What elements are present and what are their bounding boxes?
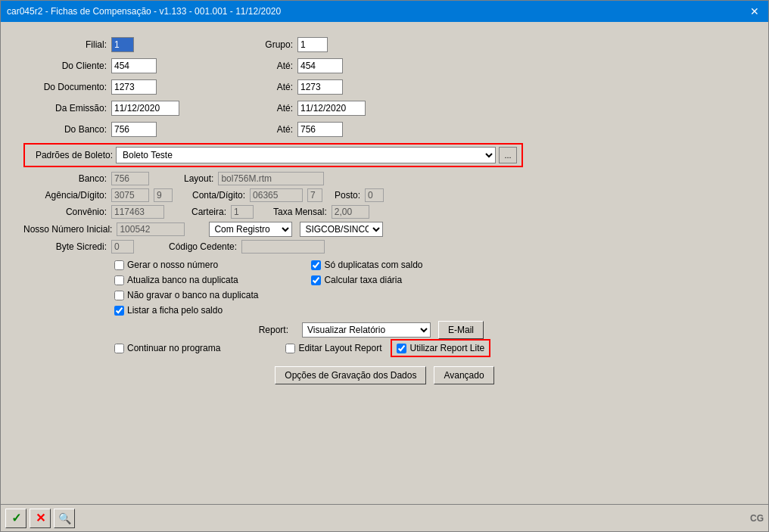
convenio-label: Convênio: [23,207,107,217]
codigo-cedente-input[interactable] [241,240,325,254]
search-button[interactable]: 🔍 [54,509,75,528]
calcular-taxa-row: Calcular taxa diária [311,275,422,285]
gerar-nosso-numero-row: Gerar o nosso número [114,260,258,270]
do-cliente-label: Do Cliente: [23,61,107,71]
ate-emissao-input[interactable] [297,101,366,116]
utilizar-group: Utilizar Report Lite [394,342,487,354]
filial-label: Filial: [23,39,107,50]
nosso-numero-input[interactable] [117,222,185,236]
continuar-checkbox[interactable] [114,344,124,353]
ate-documento-row: Até: [255,79,366,95]
title-bar: car045r2 - Fichas de Compensação - v1.13… [1,1,768,22]
do-documento-input[interactable] [111,79,157,95]
convenio-input[interactable] [111,205,164,219]
avancado-button[interactable]: Avançado [434,366,493,384]
so-duplicatas-label: Só duplicatas com saldo [324,260,422,270]
taxa-mensal-label: Taxa Mensal: [273,207,327,217]
utilizar-report-checkbox[interactable] [397,344,406,353]
ate-cliente-row: Até: [255,58,366,73]
content-area: Filial: Do Cliente: Do Documento: Da Emi… [1,22,768,504]
gerar-nosso-numero-checkbox[interactable] [114,260,124,270]
layout-label: Layout: [184,173,213,184]
search-icon: 🔍 [58,512,71,524]
byte-sicredi-row: Byte Sicredi: Código Cedente: [23,240,523,254]
da-emissao-row: Da Emissão: [23,101,179,116]
right-column: Grupo: Até: Até: Até: [255,37,366,140]
cg-label: CG [750,513,764,524]
do-documento-row: Do Documento: [23,79,179,95]
conta-digito-label: Conta/Dígito: [192,190,245,201]
banco-layout-row: Banco: Layout: [23,172,523,185]
editar-layout-label: Editar Layout Report [298,343,381,353]
ate-emissao-row: Até: [255,101,366,116]
nao-gravar-label: Não gravar o banco na duplicata [127,290,258,300]
confirm-icon: ✓ [11,511,21,525]
nao-gravar-row: Não gravar o banco na duplicata [114,290,258,300]
calcular-taxa-checkbox[interactable] [311,275,321,285]
do-banco-row: Do Banco: [23,122,179,137]
conta-digito-input[interactable] [307,188,322,202]
cancel-button[interactable]: ✕ [30,509,51,528]
padroes-boleto-combo[interactable]: Boleto Teste [116,147,496,163]
padroes-boleto-browse-button[interactable]: ... [499,147,517,163]
conta-input[interactable] [250,188,303,202]
ate-documento-label: Até: [255,82,293,92]
do-documento-label: Do Documento: [23,82,107,92]
right-checkboxes: Só duplicatas com saldo Calcular taxa di… [311,260,422,318]
ate-emissao-label: Até: [255,103,293,114]
layout-input[interactable] [218,172,324,185]
grupo-label: Grupo: [255,39,293,50]
posto-input[interactable] [365,188,384,202]
do-cliente-input[interactable] [111,58,157,73]
so-duplicatas-checkbox[interactable] [311,260,321,270]
report-combo[interactable]: Visualizar Relatório Imprimir [302,322,431,338]
cancel-icon: ✕ [36,511,45,525]
nao-gravar-checkbox[interactable] [114,291,124,300]
gerar-nosso-numero-label: Gerar o nosso número [127,260,218,270]
agencia-input[interactable] [111,188,149,202]
filial-row: Filial: [23,37,179,52]
com-registro-combo[interactable]: Com Registro Sem Registro [209,222,292,237]
da-emissao-input[interactable] [111,101,179,116]
email-button[interactable]: E-Mail [438,321,484,339]
toolbar: ✓ ✕ 🔍 CG [1,504,768,531]
editar-layout-checkbox[interactable] [285,344,295,353]
ate-banco-label: Até: [255,124,293,135]
ate-banco-row: Até: [255,122,366,137]
close-button[interactable]: ✕ [747,5,762,17]
padroes-boleto-section: Padrões de Boleto: Boleto Teste ... [23,143,523,167]
agencia-digito-label: Agência/Dígito: [23,190,107,201]
editar-group: Editar Layout Report [285,343,381,353]
grupo-input[interactable] [297,37,328,52]
da-emissao-label: Da Emissão: [23,103,107,114]
taxa-mensal-input[interactable] [332,205,369,219]
agencia-digito-input[interactable] [154,188,173,202]
ate-cliente-input[interactable] [297,58,343,73]
filial-input[interactable] [111,37,134,52]
padroes-boleto-label: Padrões de Boleto: [30,150,113,160]
calcular-taxa-label: Calcular taxa diária [324,275,402,285]
do-banco-input[interactable] [111,122,157,137]
ate-documento-input[interactable] [297,79,343,95]
report-row: Report: Visualizar Relatório Imprimir E-… [23,321,746,339]
bottom-buttons: Opções de Gravação dos Dados Avançado [23,366,746,384]
ate-banco-input[interactable] [297,122,343,137]
listar-ficha-row: Listar a ficha pelo saldo [114,305,258,316]
carteira-label: Carteira: [191,207,226,217]
banco-input[interactable] [111,172,149,185]
byte-sicredi-input[interactable] [111,240,134,254]
posto-label: Posto: [335,190,360,201]
confirm-button[interactable]: ✓ [5,509,26,528]
utilizar-report-label: Utilizar Report Lite [409,343,484,353]
report-label: Report: [114,325,288,335]
sigcob-combo[interactable]: SIGCOB/SINCO [300,222,383,237]
window-title: car045r2 - Fichas de Compensação - v1.13… [7,6,281,17]
carteira-input[interactable] [231,205,254,219]
atualiza-banco-checkbox[interactable] [114,275,124,285]
codigo-cedente-label: Código Cedente: [169,241,237,252]
byte-sicredi-label: Byte Sicredi: [23,241,107,252]
atualiza-banco-row: Atualiza banco na duplicata [114,275,258,285]
listar-ficha-checkbox[interactable] [114,306,124,316]
opcoes-gravacao-button[interactable]: Opções de Gravação dos Dados [275,366,426,384]
nosso-numero-label: Nosso Número Inicial: [23,224,112,235]
